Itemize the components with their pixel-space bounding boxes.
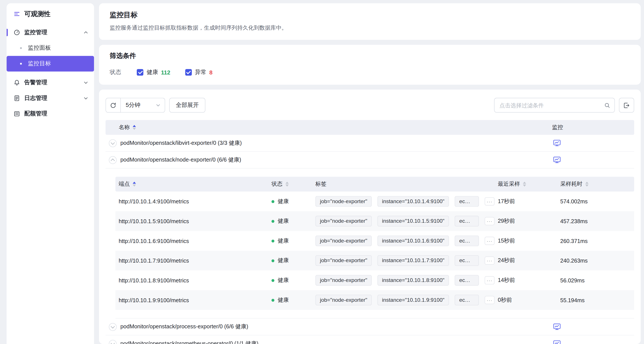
status-label: 状态 [110, 69, 121, 76]
sort-icon[interactable] [286, 182, 289, 187]
more-tags-button[interactable]: ··· [485, 197, 494, 206]
page-description: 监控服务通过监控目标抓取指标数据，生成时间序列持久化到数据库中。 [110, 24, 630, 32]
column-header-duration-label: 采样耗时 [560, 180, 582, 188]
sort-icon[interactable] [585, 182, 588, 187]
tag-chip-job: job="node-exporter" [316, 196, 372, 207]
tag-chip-job: job="node-exporter" [316, 216, 372, 226]
more-tags-button[interactable]: ··· [485, 237, 494, 245]
bullet-icon [20, 63, 22, 65]
endpoint-duration: 574.002ms [557, 198, 634, 204]
observability-logo-icon[interactable] [14, 11, 20, 17]
tag-chip-job: job="node-exporter" [316, 255, 372, 266]
tag-chip-instance: instance="10.10.1.4:9100" [378, 196, 449, 207]
refresh-button[interactable] [106, 98, 121, 113]
endpoint-last-scrape: 29秒前 [494, 217, 557, 225]
endpoint-duration: 240.263ms [557, 258, 634, 264]
sidebar-item-alert-management[interactable]: 告警管理 [6, 75, 94, 91]
collapse-chevron-button[interactable] [109, 156, 116, 164]
endpoint-url: http://10.10.1.8:9100/metrics [115, 277, 268, 283]
chevron-down-icon [156, 103, 160, 108]
healthy-dot-icon [272, 200, 274, 203]
search-icon[interactable] [604, 102, 610, 108]
sidebar-item-monitor-panel[interactable]: 监控面板 [6, 40, 94, 56]
sidebar-item-monitor-targets[interactable]: 监控目标 [6, 56, 94, 72]
monitor-chart-icon[interactable] [553, 139, 561, 147]
more-tags-button[interactable]: ··· [485, 256, 494, 265]
monitor-cell [552, 323, 634, 331]
expand-all-button[interactable]: 全部展开 [169, 98, 206, 113]
column-header-labels: 标签 [312, 180, 494, 188]
monitor-chart-icon[interactable] [553, 323, 561, 331]
more-tags-button[interactable]: ··· [485, 296, 494, 304]
monitor-cell [552, 139, 634, 147]
endpoint-url: http://10.10.1.7:9100/metrics [115, 258, 268, 264]
tag-chip-cluster: ecms_cluster_id=" [455, 196, 479, 207]
target-group-row[interactable]: podMonitor/openstack/process-exporter/0 … [106, 318, 634, 335]
more-tags-button[interactable]: ··· [485, 217, 494, 225]
abnormal-checkbox[interactable] [185, 69, 192, 76]
interval-value: 5分钟 [126, 102, 140, 109]
filter-search-input[interactable] [500, 102, 604, 108]
page-title: 监控目标 [110, 10, 630, 20]
endpoint-last-scrape: 15秒前 [494, 237, 557, 244]
endpoint-row: http://10.10.1.6:9100/metrics 健康 job="no… [115, 231, 634, 251]
status-filter-row: 状态 健康 112 异常 8 [110, 69, 630, 76]
tag-chip-cluster: ecms_cluster_id=" [455, 295, 479, 305]
tag-chip-job: job="node-exporter" [316, 236, 372, 246]
endpoint-tags: job="node-exporter" instance="10.10.1.6:… [312, 236, 494, 246]
column-header-name[interactable]: 名称 [106, 124, 552, 131]
monitor-chart-icon[interactable] [553, 156, 561, 164]
sidebar-item-label: 告警管理 [24, 79, 83, 86]
column-header-endpoint[interactable]: 端点 [115, 180, 268, 188]
healthy-dot-icon [272, 259, 274, 262]
abnormal-checkbox-group[interactable]: 异常 8 [185, 69, 212, 76]
sidebar-item-quota-management[interactable]: 配额管理 [6, 106, 94, 122]
column-header-status[interactable]: 状态 [268, 180, 312, 188]
target-group-name: podMonitor/openstack/prometheus-operator… [120, 340, 552, 344]
tag-chip-job: job="node-exporter" [316, 295, 372, 305]
chevron-down-icon [83, 80, 88, 85]
target-group-row[interactable]: podMonitor/openstack/prometheus-operator… [106, 335, 634, 344]
endpoint-row: http://10.10.1.4:9100/metrics 健康 job="no… [115, 192, 634, 211]
monitor-chart-icon[interactable] [553, 339, 561, 344]
tag-chip-cluster: ecms_cluster_id=" [455, 236, 479, 246]
tag-chip-cluster: ecms_cluster_id=" [455, 255, 479, 266]
filter-search-box[interactable] [494, 98, 615, 113]
expand-chevron-button[interactable] [109, 139, 116, 147]
endpoint-tags: job="node-exporter" instance="10.10.1.9:… [312, 295, 494, 305]
endpoint-duration: 56.029ms [557, 277, 634, 283]
chevron-down-icon [111, 324, 115, 328]
endpoint-row: http://10.10.1.8:9100/metrics 健康 job="no… [115, 270, 634, 290]
column-header-monitor: 监控 [552, 124, 634, 131]
endpoint-row: http://10.10.1.5:9100/metrics 健康 job="no… [115, 211, 634, 231]
endpoint-tags: job="node-exporter" instance="10.10.1.5:… [312, 216, 494, 226]
sort-icon[interactable] [523, 182, 526, 187]
expand-chevron-button[interactable] [109, 340, 116, 344]
target-group-row[interactable]: podMonitor/openstack/libvirt-exporter/0 … [106, 135, 634, 152]
endpoint-tags: job="node-exporter" instance="10.10.1.4:… [312, 196, 494, 207]
sidebar-item-log-management[interactable]: 日志管理 [6, 90, 94, 106]
list-icon [14, 111, 20, 117]
sort-icon[interactable] [133, 182, 136, 187]
column-header-duration[interactable]: 采样耗时 [557, 180, 634, 188]
healthy-checkbox[interactable] [137, 69, 144, 76]
target-group-name: podMonitor/openstack/libvirt-exporter/0 … [120, 139, 552, 147]
healthy-checkbox-group[interactable]: 健康 112 [137, 69, 170, 76]
endpoint-status-label: 健康 [278, 296, 289, 304]
export-button[interactable] [619, 98, 634, 113]
endpoint-tags: job="node-exporter" instance="10.10.1.8:… [312, 275, 494, 286]
tag-chip-instance: instance="10.10.1.6:9100" [378, 236, 449, 246]
healthy-dot-icon [272, 239, 274, 242]
healthy-dot-icon [272, 220, 274, 222]
endpoint-status: 健康 [268, 217, 312, 225]
interval-select[interactable]: 5分钟 [121, 98, 165, 113]
target-group-row[interactable]: podMonitor/openstack/node-exporter/0 (6/… [106, 152, 634, 169]
more-tags-button[interactable]: ··· [485, 276, 494, 284]
sidebar-item-label: 监控面板 [28, 45, 51, 52]
endpoint-url: http://10.10.1.4:9100/metrics [115, 198, 268, 204]
column-header-last-scrape[interactable]: 最近采样 [494, 180, 557, 188]
sidebar-item-monitor-management[interactable]: 监控管理 [6, 25, 94, 40]
expand-chevron-button[interactable] [109, 323, 116, 331]
sort-icon[interactable] [133, 125, 136, 130]
endpoint-status: 健康 [268, 237, 312, 244]
